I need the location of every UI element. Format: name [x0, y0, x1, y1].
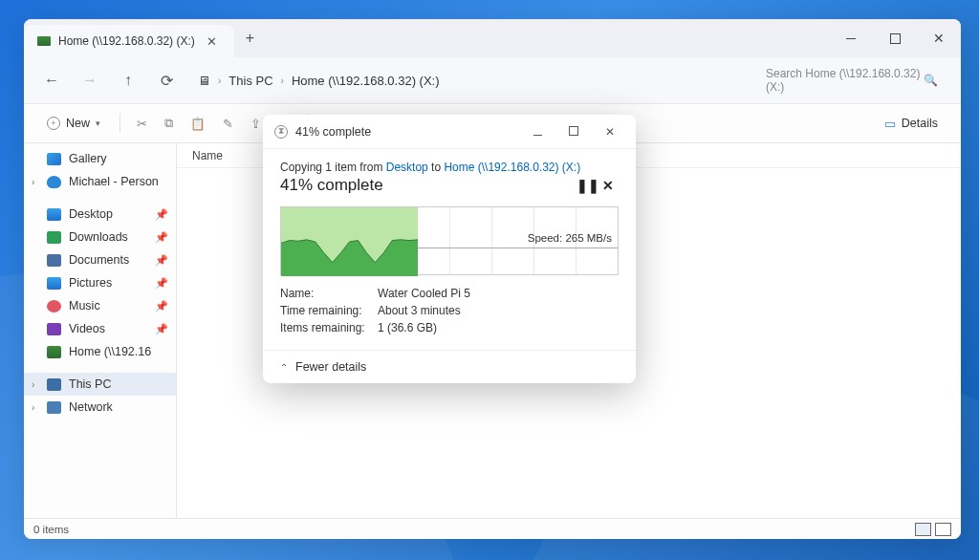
network-icon: [47, 401, 61, 414]
download-icon: [47, 231, 61, 244]
breadcrumb-location[interactable]: Home (\\192.168.0.32) (X:): [292, 74, 440, 88]
search-icon: 🔍: [924, 74, 938, 87]
tab-current[interactable]: Home (\\192.168.0.32) (X:) ✕: [24, 25, 234, 57]
chevron-down-icon: ▾: [96, 118, 100, 128]
pause-button[interactable]: ❚❚: [577, 178, 598, 193]
new-button[interactable]: + New ▾: [37, 112, 110, 135]
copy-button[interactable]: ⧉: [158, 112, 180, 136]
dialog-close-button[interactable]: ✕: [596, 125, 624, 139]
chevron-up-icon: ⌃: [280, 362, 288, 373]
copy-file-name: Water Cooled Pi 5: [378, 287, 470, 300]
pictures-icon: [47, 277, 61, 290]
sidebar-item-network[interactable]: ›Network: [24, 396, 176, 419]
speed-label: Speed: 265 MB/s: [528, 232, 612, 244]
search-placeholder: Search Home (\\192.168.0.32) (X:): [766, 67, 924, 94]
plus-circle-icon: +: [47, 117, 60, 130]
pin-icon: 📌: [155, 323, 168, 335]
address-bar: ← → ↑ ⟳ 🖥 › This PC › Home (\\192.168.0.…: [24, 57, 961, 103]
view-details-toggle[interactable]: [915, 523, 931, 536]
view-thumbnails-toggle[interactable]: [935, 523, 951, 536]
titlebar: Home (\\192.168.0.32) (X:) ✕ + ✕: [24, 19, 961, 57]
pin-icon: 📌: [155, 231, 168, 244]
chevron-right-icon: ›: [32, 402, 34, 413]
sidebar-item-documents[interactable]: Documents📌: [24, 248, 176, 271]
videos-icon: [47, 323, 61, 335]
chevron-right-icon: ›: [32, 177, 34, 187]
sidebar-item-desktop[interactable]: Desktop📌: [24, 203, 176, 226]
fewer-details-button[interactable]: ⌃ Fewer details: [263, 350, 636, 383]
sidebar-item-onedrive[interactable]: ›Michael - Person: [24, 170, 176, 193]
status-bar: 0 items: [24, 518, 961, 539]
cloud-icon: [47, 176, 61, 188]
sidebar-item-this-pc[interactable]: ›This PC: [24, 373, 176, 396]
sidebar-item-music[interactable]: Music📌: [24, 294, 176, 317]
window-close-button[interactable]: ✕: [917, 19, 961, 57]
pin-icon: 📌: [155, 208, 168, 221]
cut-button[interactable]: ✂: [130, 112, 154, 136]
dialog-titlebar: ⧗ 41% complete ✕: [263, 115, 636, 149]
tab-title: Home (\\192.168.0.32) (X:): [58, 34, 195, 48]
column-name[interactable]: Name: [177, 149, 238, 162]
up-button[interactable]: ↑: [114, 66, 142, 95]
copy-source-link[interactable]: Desktop: [386, 161, 428, 174]
sidebar-item-pictures[interactable]: Pictures📌: [24, 271, 176, 294]
paste-button[interactable]: 📋: [184, 112, 212, 136]
dialog-minimize-button[interactable]: [523, 125, 552, 139]
chevron-right-icon: ›: [32, 379, 34, 390]
window-minimize-button[interactable]: [829, 19, 873, 57]
breadcrumb-this-pc[interactable]: This PC: [228, 74, 272, 88]
back-button[interactable]: ←: [37, 66, 66, 95]
status-item-count: 0 items: [33, 524, 69, 535]
pin-icon: 📌: [155, 254, 168, 267]
cancel-button[interactable]: ✕: [598, 178, 619, 193]
copy-progress-dialog: ⧗ 41% complete ✕ Copying 1 item from Des…: [263, 115, 636, 383]
search-input[interactable]: Search Home (\\192.168.0.32) (X:) 🔍: [756, 61, 947, 99]
dialog-title: 41% complete: [295, 125, 371, 139]
music-icon: [47, 300, 61, 312]
pin-icon: 📌: [155, 277, 168, 290]
copy-dest-link[interactable]: Home (\\192.168.0.32) (X:): [444, 161, 580, 174]
refresh-button[interactable]: ⟳: [152, 66, 181, 95]
monitor-icon: 🖥: [198, 74, 210, 88]
pc-icon: [47, 378, 61, 391]
clock-icon: ⧗: [274, 125, 288, 139]
chevron-right-icon: ›: [281, 75, 284, 86]
pin-icon: 📌: [155, 300, 168, 312]
copy-details: Name:Water Cooled Pi 5 Time remaining:Ab…: [280, 285, 619, 336]
sidebar-item-downloads[interactable]: Downloads📌: [24, 226, 176, 248]
details-pane-button[interactable]: ▭ Details: [875, 112, 947, 136]
sidebar-item-netdrive[interactable]: Home (\\192.16: [24, 340, 176, 363]
speed-graph: Speed: 265 MB/s: [280, 206, 619, 275]
forward-button[interactable]: →: [76, 66, 104, 95]
details-icon: ▭: [884, 117, 896, 131]
new-tab-button[interactable]: +: [234, 19, 266, 57]
drive-icon: [37, 36, 51, 46]
dialog-maximize-button[interactable]: [559, 125, 588, 139]
gallery-icon: [47, 153, 61, 165]
rename-button[interactable]: ✎: [216, 112, 240, 136]
chevron-right-icon: ›: [218, 75, 221, 86]
sidebar-item-gallery[interactable]: Gallery: [24, 147, 176, 170]
breadcrumb[interactable]: 🖥 › This PC › Home (\\192.168.0.32) (X:): [190, 70, 747, 92]
copy-description: Copying 1 item from Desktop to Home (\\1…: [280, 161, 619, 174]
copy-time-remaining: About 3 minutes: [378, 304, 461, 317]
progress-text: 41% complete: [280, 176, 383, 195]
sidebar: Gallery ›Michael - Person Desktop📌 Downl…: [24, 143, 177, 518]
window-maximize-button[interactable]: [873, 19, 917, 57]
copy-items-remaining: 1 (36.6 GB): [378, 321, 437, 334]
tab-close-icon[interactable]: ✕: [203, 32, 221, 51]
network-drive-icon: [47, 346, 61, 358]
desktop-icon: [47, 208, 61, 221]
documents-icon: [47, 254, 61, 267]
sidebar-item-videos[interactable]: Videos📌: [24, 317, 176, 340]
